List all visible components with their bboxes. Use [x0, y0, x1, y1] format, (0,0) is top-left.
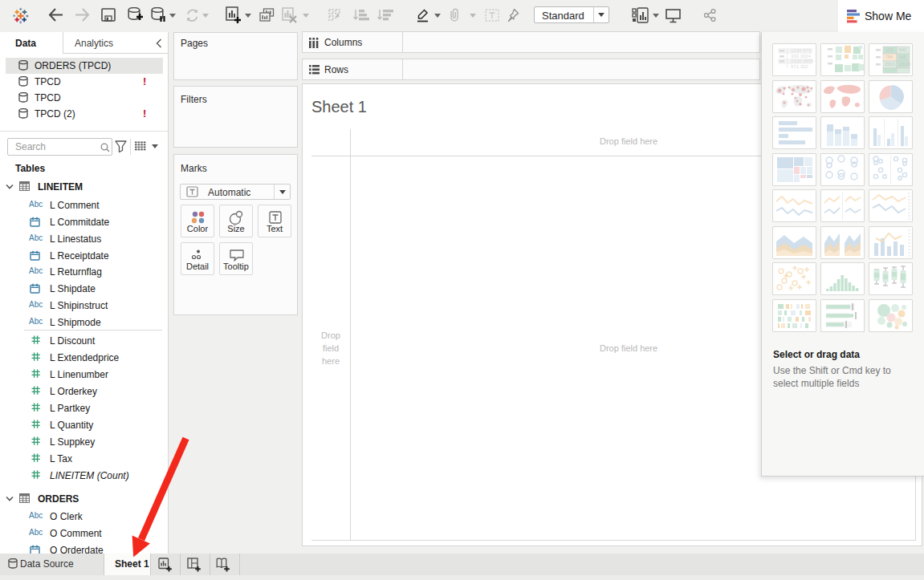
svg-text:786: 786 — [885, 55, 893, 59]
svg-text:542: 542 — [899, 47, 906, 52]
svg-text:645: 645 — [899, 55, 906, 59]
svg-text:1234 573: 1234 573 — [791, 48, 812, 53]
svg-text:123: 123 — [885, 47, 893, 52]
svg-text:571 322: 571 322 — [791, 64, 808, 69]
svg-text:10530: 10530 — [898, 62, 910, 67]
svg-text:2503: 2503 — [885, 62, 894, 67]
svg-text:2320 2859: 2320 2859 — [791, 59, 814, 63]
